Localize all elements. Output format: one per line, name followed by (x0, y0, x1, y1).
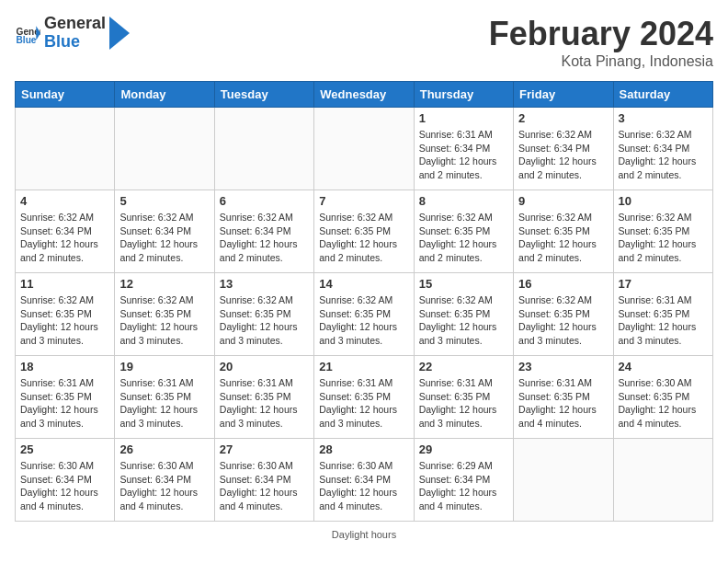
calendar-cell: 23Sunrise: 6:31 AM Sunset: 6:35 PM Dayli… (514, 356, 613, 439)
calendar-cell: 3Sunrise: 6:32 AM Sunset: 6:34 PM Daylig… (613, 108, 712, 190)
day-info: Sunrise: 6:32 AM Sunset: 6:35 PM Dayligh… (419, 293, 508, 348)
logo-general: General (44, 15, 106, 33)
calendar-cell (115, 108, 214, 190)
day-number: 12 (119, 277, 209, 291)
day-info: Sunrise: 6:30 AM Sunset: 6:34 PM Dayligh… (119, 459, 209, 513)
calendar-cell: 15Sunrise: 6:32 AM Sunset: 6:35 PM Dayli… (414, 273, 513, 356)
calendar-cell: 1Sunrise: 6:31 AM Sunset: 6:34 PM Daylig… (414, 108, 513, 190)
day-number: 22 (419, 360, 508, 373)
calendar-cell: 26Sunrise: 6:30 AM Sunset: 6:34 PM Dayli… (115, 439, 214, 522)
day-info: Sunrise: 6:32 AM Sunset: 6:35 PM Dayligh… (319, 293, 408, 348)
day-number: 5 (119, 194, 209, 208)
calendar-cell: 24Sunrise: 6:30 AM Sunset: 6:35 PM Dayli… (613, 356, 712, 439)
day-number: 11 (20, 277, 109, 291)
calendar-cell (214, 108, 313, 190)
calendar-cell: 11Sunrise: 6:32 AM Sunset: 6:35 PM Dayli… (16, 273, 115, 356)
day-number: 4 (20, 194, 109, 208)
calendar-cell: 12Sunrise: 6:32 AM Sunset: 6:35 PM Dayli… (115, 273, 214, 356)
logo-blue: Blue (44, 33, 106, 52)
day-number: 25 (20, 442, 109, 456)
day-info: Sunrise: 6:32 AM Sunset: 6:35 PM Dayligh… (220, 293, 309, 348)
day-info: Sunrise: 6:32 AM Sunset: 6:35 PM Dayligh… (619, 211, 708, 265)
footer: Daylight hours (15, 529, 713, 540)
day-info: Sunrise: 6:32 AM Sunset: 6:35 PM Dayligh… (419, 211, 508, 265)
day-number: 27 (220, 442, 309, 456)
day-info: Sunrise: 6:31 AM Sunset: 6:35 PM Dayligh… (319, 376, 408, 431)
day-number: 6 (220, 194, 309, 208)
day-number: 2 (518, 111, 608, 125)
calendar-cell: 13Sunrise: 6:32 AM Sunset: 6:35 PM Dayli… (214, 273, 313, 356)
svg-marker-3 (109, 17, 130, 50)
column-header-friday: Friday (514, 82, 613, 108)
day-info: Sunrise: 6:30 AM Sunset: 6:34 PM Dayligh… (20, 459, 109, 513)
day-number: 10 (619, 194, 708, 208)
day-info: Sunrise: 6:31 AM Sunset: 6:35 PM Dayligh… (20, 376, 109, 431)
day-info: Sunrise: 6:31 AM Sunset: 6:34 PM Dayligh… (419, 128, 508, 182)
day-info: Sunrise: 6:32 AM Sunset: 6:34 PM Dayligh… (20, 211, 109, 265)
logo-icon: General Blue (15, 20, 40, 46)
calendar-cell (514, 439, 613, 522)
calendar-cell: 27Sunrise: 6:30 AM Sunset: 6:34 PM Dayli… (214, 439, 313, 522)
day-info: Sunrise: 6:31 AM Sunset: 6:35 PM Dayligh… (119, 376, 209, 431)
calendar-cell: 9Sunrise: 6:32 AM Sunset: 6:35 PM Daylig… (514, 190, 613, 273)
day-info: Sunrise: 6:32 AM Sunset: 6:34 PM Dayligh… (220, 211, 309, 265)
calendar-cell: 2Sunrise: 6:32 AM Sunset: 6:34 PM Daylig… (514, 108, 613, 190)
day-info: Sunrise: 6:32 AM Sunset: 6:35 PM Dayligh… (319, 211, 408, 265)
column-header-tuesday: Tuesday (214, 82, 313, 108)
logo: General Blue General Blue (15, 15, 130, 52)
page-header: General Blue General Blue February 2024 … (15, 15, 713, 70)
calendar-cell: 28Sunrise: 6:30 AM Sunset: 6:34 PM Dayli… (314, 439, 414, 522)
calendar-cell: 8Sunrise: 6:32 AM Sunset: 6:35 PM Daylig… (414, 190, 513, 273)
day-number: 9 (518, 194, 608, 208)
day-info: Sunrise: 6:32 AM Sunset: 6:34 PM Dayligh… (119, 211, 209, 265)
calendar-cell: 14Sunrise: 6:32 AM Sunset: 6:35 PM Dayli… (314, 273, 414, 356)
calendar-week-row: 18Sunrise: 6:31 AM Sunset: 6:35 PM Dayli… (16, 356, 713, 439)
day-info: Sunrise: 6:32 AM Sunset: 6:35 PM Dayligh… (518, 293, 608, 348)
footer-text: Daylight hours (332, 529, 396, 540)
day-info: Sunrise: 6:29 AM Sunset: 6:34 PM Dayligh… (419, 459, 508, 513)
calendar-cell (16, 108, 115, 190)
calendar-cell: 7Sunrise: 6:32 AM Sunset: 6:35 PM Daylig… (314, 190, 414, 273)
day-info: Sunrise: 6:30 AM Sunset: 6:34 PM Dayligh… (319, 459, 408, 513)
calendar-week-row: 25Sunrise: 6:30 AM Sunset: 6:34 PM Dayli… (16, 439, 713, 522)
day-number: 28 (319, 442, 408, 456)
day-info: Sunrise: 6:32 AM Sunset: 6:35 PM Dayligh… (20, 293, 109, 348)
day-number: 20 (220, 360, 309, 373)
day-info: Sunrise: 6:30 AM Sunset: 6:34 PM Dayligh… (220, 459, 309, 513)
calendar-cell: 19Sunrise: 6:31 AM Sunset: 6:35 PM Dayli… (115, 356, 214, 439)
calendar-cell: 17Sunrise: 6:31 AM Sunset: 6:35 PM Dayli… (613, 273, 712, 356)
calendar-cell: 29Sunrise: 6:29 AM Sunset: 6:34 PM Dayli… (414, 439, 513, 522)
calendar-subtitle: Kota Pinang, Indonesia (489, 53, 713, 70)
day-info: Sunrise: 6:32 AM Sunset: 6:35 PM Dayligh… (518, 211, 608, 265)
calendar-week-row: 11Sunrise: 6:32 AM Sunset: 6:35 PM Dayli… (16, 273, 713, 356)
day-number: 13 (220, 277, 309, 291)
day-number: 1 (419, 111, 508, 125)
calendar-title: February 2024 (489, 15, 713, 53)
day-info: Sunrise: 6:30 AM Sunset: 6:35 PM Dayligh… (619, 376, 708, 431)
calendar-table: SundayMondayTuesdayWednesdayThursdayFrid… (15, 81, 713, 522)
day-number: 26 (119, 442, 209, 456)
calendar-cell: 5Sunrise: 6:32 AM Sunset: 6:34 PM Daylig… (115, 190, 214, 273)
day-number: 16 (518, 277, 608, 291)
day-number: 15 (419, 277, 508, 291)
column-header-sunday: Sunday (16, 82, 115, 108)
calendar-cell: 22Sunrise: 6:31 AM Sunset: 6:35 PM Dayli… (414, 356, 513, 439)
calendar-cell (314, 108, 414, 190)
calendar-cell: 18Sunrise: 6:31 AM Sunset: 6:35 PM Dayli… (16, 356, 115, 439)
calendar-cell: 10Sunrise: 6:32 AM Sunset: 6:35 PM Dayli… (613, 190, 712, 273)
calendar-cell (613, 439, 712, 522)
day-info: Sunrise: 6:32 AM Sunset: 6:34 PM Dayligh… (619, 128, 708, 182)
day-info: Sunrise: 6:31 AM Sunset: 6:35 PM Dayligh… (619, 293, 708, 348)
day-number: 7 (319, 194, 408, 208)
calendar-week-row: 1Sunrise: 6:31 AM Sunset: 6:34 PM Daylig… (16, 108, 713, 190)
title-block: February 2024 Kota Pinang, Indonesia (489, 15, 713, 70)
day-info: Sunrise: 6:32 AM Sunset: 6:35 PM Dayligh… (119, 293, 209, 348)
day-number: 18 (20, 360, 109, 373)
day-number: 24 (619, 360, 708, 373)
day-info: Sunrise: 6:31 AM Sunset: 6:35 PM Dayligh… (518, 376, 608, 431)
calendar-cell: 4Sunrise: 6:32 AM Sunset: 6:34 PM Daylig… (16, 190, 115, 273)
calendar-cell: 6Sunrise: 6:32 AM Sunset: 6:34 PM Daylig… (214, 190, 313, 273)
calendar-cell: 20Sunrise: 6:31 AM Sunset: 6:35 PM Dayli… (214, 356, 313, 439)
day-info: Sunrise: 6:31 AM Sunset: 6:35 PM Dayligh… (220, 376, 309, 431)
column-header-saturday: Saturday (613, 82, 712, 108)
